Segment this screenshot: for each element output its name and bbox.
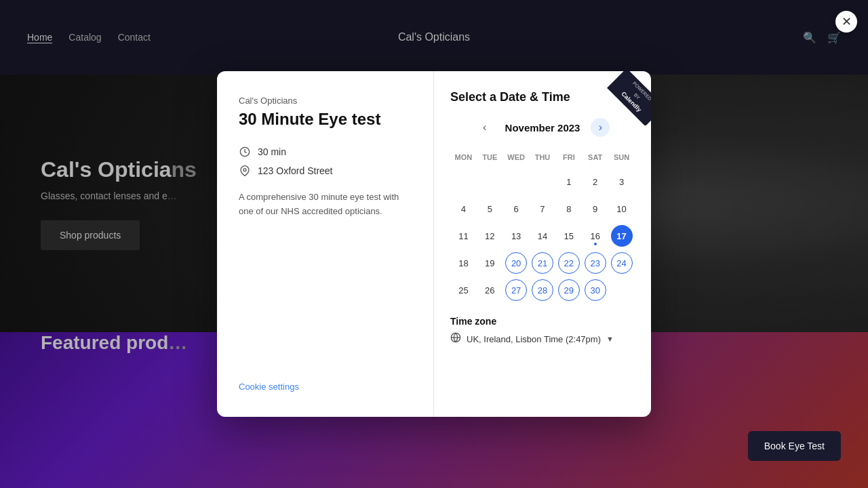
day-header-wed: WED — [503, 150, 530, 164]
cal-day-15: 15 — [555, 224, 582, 248]
location-text: 123 Oxford Street — [258, 165, 333, 176]
calendar-month: November 2023 — [505, 122, 580, 134]
chevron-down-icon: ▼ — [606, 335, 614, 343]
cal-day-30[interactable]: 30 — [582, 278, 608, 302]
timezone-section: Time zone UK, Ireland, Lisbon Time (2:47… — [450, 316, 635, 346]
calendly-badge: POWERED BY Calendly — [597, 71, 651, 125]
cal-day-4: 4 — [450, 197, 477, 221]
modal-title: 30 Minute Eye test — [239, 110, 412, 129]
calendar-week-3: 11 12 13 14 15 16 17 — [450, 224, 635, 248]
cal-day-27[interactable]: 27 — [503, 278, 530, 302]
cal-empty — [450, 169, 477, 194]
duration-text: 30 min — [258, 146, 286, 157]
cal-day-6: 6 — [503, 197, 530, 221]
cal-empty — [608, 278, 635, 302]
modal-right-panel: POWERED BY Calendly Select a Date & Time… — [434, 71, 651, 417]
location-item: 123 Oxford Street — [239, 165, 412, 177]
cal-day-19: 19 — [477, 251, 503, 275]
modal-left-panel: Cal's Opticians 30 Minute Eye test 30 mi… — [217, 71, 434, 417]
prev-month-button[interactable]: ‹ — [475, 118, 494, 137]
cal-day-2: 2 — [582, 169, 608, 194]
cal-day-22[interactable]: 22 — [555, 251, 582, 275]
cal-day-14: 14 — [530, 224, 556, 248]
svg-point-1 — [243, 168, 246, 171]
cal-day-3: 3 — [608, 169, 635, 194]
cal-empty — [503, 169, 530, 194]
location-icon — [239, 165, 251, 177]
clock-icon — [239, 146, 251, 158]
day-header-sat: SAT — [582, 150, 608, 164]
timezone-value: UK, Ireland, Lisbon Time (2:47pm) — [467, 334, 601, 344]
cal-day-5: 5 — [477, 197, 503, 221]
globe-icon — [450, 332, 461, 346]
day-header-fri: FRI — [555, 150, 582, 164]
calendar-week-4: 18 19 20 21 22 23 24 — [450, 251, 635, 275]
modal-footer: Cookie settings — [239, 369, 412, 392]
close-button[interactable]: ✕ — [835, 11, 857, 33]
book-eye-test-button[interactable]: Book Eye Test — [748, 431, 841, 461]
cal-day-28[interactable]: 28 — [530, 278, 556, 302]
calendar-week-5: 25 26 27 28 29 30 — [450, 278, 635, 302]
modal-description: A comprehensive 30 minute eye test with … — [239, 190, 412, 219]
close-icon: ✕ — [842, 14, 852, 29]
calendar-header: MON TUE WED THU FRI SAT SUN — [450, 150, 635, 164]
cookie-settings-link[interactable]: Cookie settings — [239, 382, 299, 392]
cal-day-23[interactable]: 23 — [582, 251, 608, 275]
cal-day-13: 13 — [503, 224, 530, 248]
cal-day-10: 10 — [608, 197, 635, 221]
calendar-grid: MON TUE WED THU FRI SAT SUN 1 2 3 4 — [450, 150, 635, 302]
cal-day-21[interactable]: 21 — [530, 251, 556, 275]
cal-day-7: 7 — [530, 197, 556, 221]
cal-empty — [530, 169, 556, 194]
cal-day-1: 1 — [555, 169, 582, 194]
day-header-thu: THU — [530, 150, 556, 164]
calendar-week-1: 1 2 3 — [450, 169, 635, 194]
cal-day-26: 26 — [477, 278, 503, 302]
cal-empty — [477, 169, 503, 194]
cal-day-9: 9 — [582, 197, 608, 221]
cal-day-24[interactable]: 24 — [608, 251, 635, 275]
modal-meta: 30 min 123 Oxford Street — [239, 146, 412, 177]
cal-day-12: 12 — [477, 224, 503, 248]
day-header-sun: SUN — [608, 150, 635, 164]
cal-day-16: 16 — [582, 224, 608, 248]
cal-day-11: 11 — [450, 224, 477, 248]
calendar-week-2: 4 5 6 7 8 9 10 — [450, 197, 635, 221]
cal-day-8: 8 — [555, 197, 582, 221]
cal-day-20[interactable]: 20 — [503, 251, 530, 275]
duration-item: 30 min — [239, 146, 412, 158]
cal-day-25: 25 — [450, 278, 477, 302]
timezone-label: Time zone — [450, 316, 635, 327]
timezone-selector[interactable]: UK, Ireland, Lisbon Time (2:47pm) ▼ — [450, 332, 635, 346]
booking-modal: Cal's Opticians 30 Minute Eye test 30 mi… — [217, 71, 651, 417]
modal-brand: Cal's Opticians — [239, 96, 412, 106]
cal-day-18: 18 — [450, 251, 477, 275]
day-header-mon: MON — [450, 150, 477, 164]
cal-day-29[interactable]: 29 — [555, 278, 582, 302]
modal-info: Cal's Opticians 30 Minute Eye test 30 mi… — [239, 96, 412, 218]
day-header-tue: TUE — [477, 150, 503, 164]
cal-day-17[interactable]: 17 — [608, 224, 635, 248]
